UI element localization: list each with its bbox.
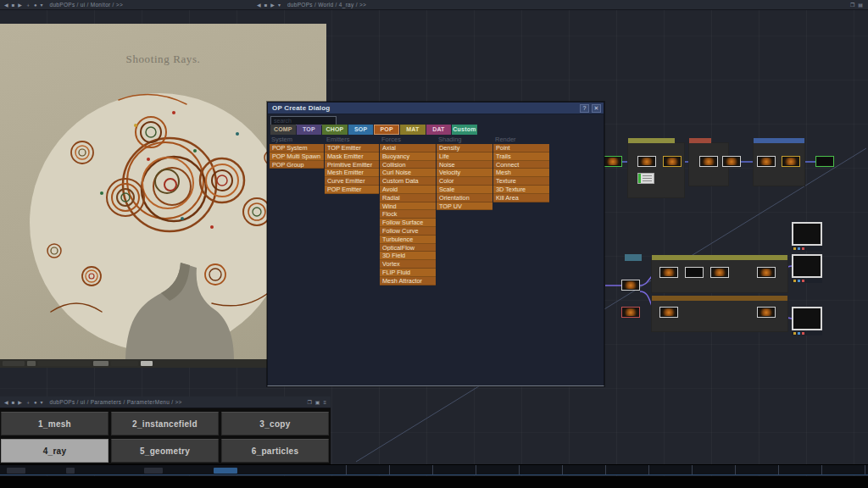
node[interactable] — [659, 307, 678, 318]
chevron-down-icon[interactable]: ▾ — [41, 1, 43, 9]
op-item[interactable]: Kill Area — [493, 194, 549, 202]
node[interactable] — [604, 156, 622, 167]
param-button-4_ray[interactable]: 4_ray — [1, 439, 108, 463]
menu-icon[interactable]: ≡ — [323, 398, 326, 407]
tab-comp[interactable]: COMP — [270, 125, 296, 135]
stop-icon[interactable]: ■ — [12, 1, 15, 9]
op-item[interactable]: Density — [437, 144, 492, 152]
node[interactable] — [685, 267, 704, 278]
record-icon[interactable]: ● — [34, 398, 37, 407]
breadcrumb[interactable]: dubPOPs / World / 4_ray / >> — [287, 2, 366, 8]
op-item[interactable]: 3D Field — [380, 252, 436, 260]
op-item[interactable]: OpticalFlow — [380, 244, 436, 252]
add-icon[interactable]: ＋ — [25, 1, 31, 9]
record-icon[interactable]: ● — [34, 1, 37, 9]
tab-custom[interactable]: Custom — [452, 125, 477, 135]
node[interactable] — [722, 156, 741, 167]
node[interactable] — [637, 156, 656, 167]
node[interactable] — [637, 173, 654, 184]
op-item[interactable]: Color — [437, 177, 492, 186]
timeline-field[interactable] — [66, 468, 75, 474]
op-item[interactable]: Primitive Emitter — [325, 161, 379, 169]
timeline-field[interactable] — [7, 468, 25, 474]
op-item[interactable]: Follow Surface — [380, 219, 436, 227]
play-icon[interactable]: ▶ — [270, 1, 275, 9]
stop-icon[interactable]: ■ — [12, 398, 15, 407]
chevron-down-icon[interactable]: ▾ — [278, 1, 281, 9]
op-item[interactable]: Vortex — [380, 260, 436, 269]
float-window-icon[interactable]: ❐ — [307, 398, 311, 407]
op-item[interactable]: Orientation — [437, 194, 492, 202]
node[interactable] — [792, 307, 822, 330]
op-item[interactable]: Point — [493, 144, 549, 152]
op-item[interactable]: Connect — [493, 161, 549, 169]
node[interactable] — [757, 267, 776, 278]
timeline-frame-field[interactable] — [214, 468, 237, 474]
param-button-1_mesh[interactable]: 1_mesh — [1, 412, 108, 435]
stop-icon[interactable]: ■ — [264, 1, 268, 9]
close-button[interactable]: ✕ — [592, 104, 601, 113]
back-icon[interactable]: ◀ — [4, 398, 8, 407]
op-item[interactable]: Mesh — [493, 169, 549, 177]
back-icon[interactable]: ◀ — [4, 1, 8, 9]
node[interactable] — [621, 280, 640, 291]
node[interactable] — [792, 222, 822, 246]
op-item[interactable]: Curl Noise — [380, 169, 436, 177]
op-item[interactable]: Turbulence — [380, 236, 436, 244]
chevron-down-icon[interactable]: ▾ — [41, 398, 43, 407]
param-button-5_geometry[interactable]: 5_geometry — [111, 439, 219, 463]
tab-pop[interactable]: POP — [374, 125, 399, 135]
tab-mat[interactable]: MAT — [400, 125, 426, 135]
node[interactable] — [757, 156, 776, 167]
op-item[interactable]: Life — [437, 152, 492, 161]
op-item[interactable]: TOP Emitter — [325, 144, 379, 152]
op-item[interactable]: Velocity — [437, 169, 492, 177]
tab-sop[interactable]: SOP — [348, 125, 374, 135]
node[interactable] — [757, 307, 776, 318]
op-item[interactable]: Curve Emitter — [325, 177, 379, 186]
node[interactable] — [699, 156, 718, 167]
node[interactable] — [710, 267, 729, 278]
op-item[interactable]: Mask Emitter — [325, 152, 379, 161]
node[interactable] — [659, 267, 678, 278]
layout-icon[interactable]: ❐ — [850, 1, 854, 9]
op-item[interactable]: Collision — [380, 161, 436, 169]
op-item[interactable]: Follow Curve — [380, 227, 436, 236]
add-icon[interactable]: ＋ — [25, 398, 31, 407]
timeline-field[interactable] — [144, 468, 163, 474]
dock-icon[interactable]: ▣ — [315, 398, 320, 407]
op-item[interactable]: FLIP Fluid — [380, 269, 436, 277]
network-group-box[interactable] — [627, 142, 685, 198]
back-icon[interactable]: ◀ — [257, 1, 261, 9]
breadcrumb[interactable]: dubPOPs / ui / Monitor / >> — [50, 2, 124, 8]
timeline-ruler[interactable] — [303, 465, 866, 474]
op-item[interactable]: Wind — [380, 202, 436, 211]
op-item[interactable]: Radial — [380, 194, 436, 202]
timeline-bar[interactable] — [0, 464, 868, 475]
op-item[interactable]: Custom Data — [380, 177, 436, 186]
op-item[interactable]: Buoyancy — [380, 152, 436, 161]
node[interactable] — [621, 307, 640, 318]
op-item[interactable]: POP System — [270, 144, 324, 152]
op-item[interactable]: Noise — [437, 161, 492, 169]
op-item[interactable]: TOP UV — [437, 202, 492, 211]
breadcrumb[interactable]: dubPOPs / ui / Parameters / ParameterMen… — [50, 399, 182, 405]
op-item[interactable]: 3D Texture — [493, 186, 549, 194]
param-button-6_particles[interactable]: 6_particles — [221, 439, 329, 463]
op-item[interactable]: Axial — [380, 144, 436, 152]
op-item[interactable]: POP Multi Spawn — [270, 152, 324, 161]
play-icon[interactable]: ▶ — [18, 1, 22, 9]
op-item[interactable]: Mesh Emitter — [325, 169, 379, 177]
op-item[interactable]: Texture — [493, 177, 549, 186]
node[interactable] — [663, 156, 682, 167]
op-item[interactable]: Avoid — [380, 186, 436, 194]
op-item[interactable]: Mesh Attractor — [380, 277, 436, 286]
param-button-2_instancefield[interactable]: 2_instancefield — [111, 412, 219, 435]
node[interactable] — [815, 156, 834, 167]
help-button[interactable]: ? — [580, 104, 589, 113]
node[interactable] — [782, 156, 800, 167]
op-item[interactable]: Trails — [493, 152, 549, 161]
op-item[interactable]: POP Emitter — [325, 186, 379, 194]
dialog-titlebar[interactable]: OP Create Dialog ? ✕ — [268, 103, 604, 114]
op-item[interactable]: Scale — [437, 186, 492, 194]
